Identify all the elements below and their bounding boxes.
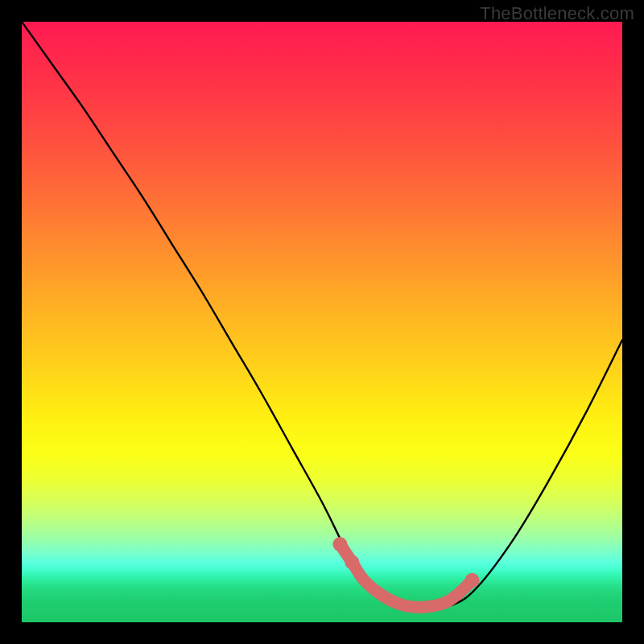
highlight-dot (332, 537, 347, 551)
watermark-text: TheBottleneck.com (480, 3, 634, 24)
highlight-dot (345, 555, 359, 569)
curve-svg (22, 22, 622, 622)
optimal-zone-dots (332, 537, 479, 588)
highlight-dot (465, 573, 480, 588)
chart-container: TheBottleneck.com (0, 0, 644, 644)
bottleneck-curve-path (22, 22, 622, 608)
optimal-zone-path (340, 544, 472, 607)
plot-area (22, 22, 622, 622)
